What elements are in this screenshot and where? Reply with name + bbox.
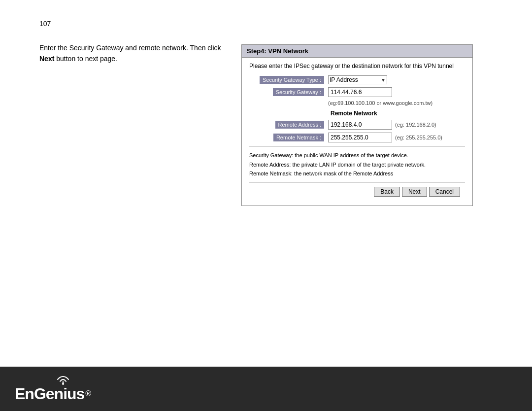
remote-network-header: Remote Network — [331, 110, 465, 117]
security-gateway-label: Security Gateway : — [273, 88, 324, 96]
description-text-2: button to next page. — [54, 55, 117, 63]
security-gateway-input-cell — [328, 87, 392, 97]
description-text-1: Enter the Security Gateway and remote ne… — [39, 44, 221, 52]
remote-netmask-label: Remote Netmask : — [273, 134, 324, 141]
instruction-text: Please enter the IPSec gateway or the de… — [249, 63, 465, 69]
security-gateway-hint-row: (eg:69.100.100.100 or www.google.com.tw) — [249, 100, 465, 106]
wifi-arcs-svg — [54, 375, 72, 386]
page-number: 107 — [39, 20, 502, 28]
cancel-button[interactable]: Cancel — [429, 187, 460, 197]
remote-netmask-hint: (eg: 255.255.255.0) — [395, 135, 442, 140]
next-bold: Next — [39, 55, 54, 63]
remote-netmask-label-cell: Remote Netmask : — [249, 134, 328, 141]
security-gateway-hint: (eg:69.100.100.100 or www.google.com.tw) — [328, 100, 432, 106]
remote-address-input[interactable] — [328, 120, 392, 130]
logo-text-row: EnGenius® — [15, 385, 91, 403]
info-line-3: Remote Netmask: the network mask of the … — [249, 169, 465, 178]
remote-address-label: Remote Address : — [275, 121, 324, 129]
remote-address-input-cell: (eg: 192.168.2.0) — [328, 120, 436, 130]
info-line-2: Remote Address: the private LAN IP domai… — [249, 160, 465, 170]
screenshot-title: Step4: VPN Network — [242, 45, 472, 58]
security-gateway-input[interactable] — [328, 87, 392, 97]
wifi-icon — [54, 375, 72, 386]
brand-name: EnGenius — [15, 385, 84, 403]
security-gateway-row: Security Gateway : — [249, 87, 465, 97]
remote-address-hint: (eg: 192.168.2.0) — [395, 122, 436, 128]
remote-netmask-input-cell: (eg: 255.255.255.0) — [328, 133, 442, 142]
vpn-network-screenshot: Step4: VPN Network Please enter the IPSe… — [241, 44, 473, 206]
engenius-logo: EnGenius® — [15, 375, 91, 403]
info-section: Security Gateway: the public WAN IP addr… — [249, 146, 465, 178]
security-gateway-type-label-cell: Security Gateway Type : — [249, 76, 328, 84]
description: Enter the Security Gateway and remote ne… — [39, 42, 236, 65]
remote-address-label-cell: Remote Address : — [249, 121, 328, 129]
security-gateway-type-value: IP Address — [330, 76, 381, 83]
security-gateway-label-cell: Security Gateway : — [249, 88, 328, 96]
button-row: Back Next Cancel — [249, 182, 465, 201]
security-gateway-type-row: Security Gateway Type : IP Address ▼ — [249, 75, 465, 84]
info-line-1: Security Gateway: the public WAN IP addr… — [249, 151, 465, 160]
security-gateway-type-select[interactable]: IP Address ▼ — [328, 75, 387, 84]
dropdown-arrow-icon: ▼ — [381, 77, 386, 83]
remote-netmask-row: Remote Netmask : (eg: 255.255.255.0) — [249, 133, 465, 142]
remote-netmask-input[interactable] — [328, 133, 392, 142]
next-button[interactable]: Next — [402, 187, 427, 197]
screenshot-body: Please enter the IPSec gateway or the de… — [242, 58, 472, 206]
registered-symbol: ® — [85, 389, 91, 398]
remote-address-row: Remote Address : (eg: 192.168.2.0) — [249, 120, 465, 130]
footer: EnGenius® — [0, 367, 532, 411]
security-gateway-type-input-cell: IP Address ▼ — [328, 75, 387, 84]
security-gateway-type-label: Security Gateway Type : — [260, 76, 324, 84]
back-button[interactable]: Back — [374, 187, 400, 197]
